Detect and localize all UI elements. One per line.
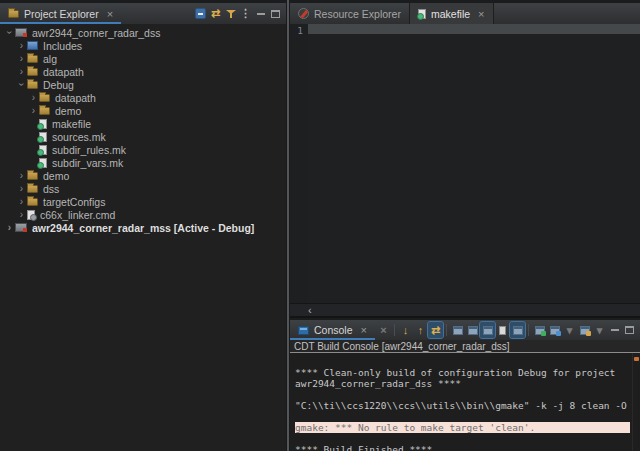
filter-icon[interactable]: [223, 6, 238, 22]
next-error-icon[interactable]: ↓: [398, 322, 413, 338]
tree-item-c66x_linker.cmd[interactable]: ›c66x_linker.cmd: [0, 208, 286, 221]
tree-item-sources.mk[interactable]: sources.mk: [0, 130, 286, 143]
toolbar-separator: [446, 324, 447, 336]
chevron-expanded-icon[interactable]: ›: [16, 79, 27, 90]
error-marker-icon: [634, 357, 639, 361]
new-console-dropdown-icon[interactable]: ▾: [592, 322, 607, 338]
tab-resource-explorer[interactable]: Resource Explorer: [290, 3, 409, 24]
open-console-dropdown-icon: ▾: [567, 325, 573, 336]
console-line: **** Clean-only build of configuration D…: [295, 367, 630, 378]
tree-item-label: subdir_vars.mk: [52, 157, 123, 169]
tab-project-explorer[interactable]: Project Explorer ×: [0, 3, 121, 24]
chevron-collapsed-icon[interactable]: ›: [16, 170, 27, 181]
tree-item-awr2944_corner_radar_mss[interactable]: ›awr2944_corner_radar_mss [Active - Debu…: [0, 221, 286, 234]
maximize-icon: [625, 326, 634, 334]
scroll-left-icon[interactable]: ‹: [308, 305, 312, 316]
chevron-collapsed-icon[interactable]: ›: [16, 183, 27, 194]
console-line: [295, 433, 630, 444]
maximize-icon[interactable]: [268, 6, 283, 22]
overview-ruler[interactable]: [632, 353, 640, 451]
clear-console-icon[interactable]: ×: [376, 322, 391, 338]
console-line: "C:\\ti\\ccs1220\\ccs\\utils\\bin\\gmake…: [295, 400, 630, 411]
display-selected-console-icon: [535, 326, 545, 335]
tree-item-datapath[interactable]: ›datapath: [0, 65, 286, 78]
toolbar-separator: [394, 324, 395, 336]
chevron-collapsed-icon[interactable]: ›: [4, 222, 15, 233]
chevron-collapsed-icon[interactable]: ›: [28, 92, 39, 103]
show-stderr-console-icon[interactable]: [465, 322, 480, 338]
folder-icon: [39, 94, 50, 102]
collapse-all-icon: [195, 8, 206, 19]
tree-item-subdir_vars.mk[interactable]: subdir_vars.mk: [0, 156, 286, 169]
tree-item-label: datapath: [43, 66, 84, 78]
line-number-gutter: 1: [290, 24, 308, 303]
show-stdout-console-icon[interactable]: [450, 322, 465, 338]
scroll-lock-icon[interactable]: [495, 322, 510, 338]
tab-console-label: Console: [314, 324, 353, 336]
file-icon: [39, 158, 47, 168]
tree-item-demo[interactable]: ›demo: [0, 169, 286, 182]
open-console-dropdown-icon[interactable]: ▾: [562, 322, 577, 338]
tree-item-label: sources.mk: [52, 131, 106, 143]
link-with-editor-icon[interactable]: ⇄: [208, 6, 223, 22]
tree-item-alg[interactable]: ›alg: [0, 52, 286, 65]
project-icon: [15, 28, 27, 37]
tree-item-label: Includes: [43, 40, 82, 52]
tree-item-Debug[interactable]: ›Debug: [0, 78, 286, 91]
horizontal-scrollbar[interactable]: ‹: [290, 303, 640, 316]
tree-item-awr2944_corner_radar_dss[interactable]: ›awr2944_corner_radar_dss: [0, 26, 286, 39]
tree-item-subdir_rules.mk[interactable]: subdir_rules.mk: [0, 143, 286, 156]
tab-makefile[interactable]: makefile ×: [409, 3, 494, 24]
tree-item-label: alg: [43, 53, 57, 65]
close-icon[interactable]: ×: [107, 8, 113, 20]
chevron-expanded-icon[interactable]: ›: [4, 27, 15, 38]
maximize-icon[interactable]: [622, 322, 637, 338]
minimize-icon[interactable]: [253, 6, 268, 22]
toolbar-separator: [528, 324, 529, 336]
chevron-collapsed-icon[interactable]: ›: [16, 209, 27, 220]
collapse-all-icon[interactable]: [193, 6, 208, 22]
word-wrap-icon[interactable]: [480, 322, 495, 338]
folder-icon: [27, 172, 38, 180]
folder-icon: [27, 55, 38, 63]
tree-item-label: targetConfigs: [43, 196, 105, 208]
close-icon[interactable]: ×: [361, 324, 367, 336]
view-menu-icon[interactable]: ⋮: [238, 6, 253, 22]
editor-tabbar: Resource Explorer makefile ×: [290, 0, 640, 24]
new-console-dropdown-icon: ▾: [597, 325, 603, 336]
pin-console-icon[interactable]: [510, 322, 525, 338]
console-output[interactable]: **** Clean-only build of configuration D…: [290, 353, 640, 451]
minimize-icon[interactable]: [607, 322, 622, 338]
tree-item-label: demo: [55, 105, 81, 117]
show-error-in-editor-icon[interactable]: ⇄: [428, 322, 443, 338]
editor-body[interactable]: 1: [290, 24, 640, 303]
project-explorer-icon: [8, 10, 19, 18]
next-error-icon: ↓: [403, 325, 409, 336]
chevron-collapsed-icon[interactable]: ›: [16, 196, 27, 207]
close-icon[interactable]: ×: [478, 8, 484, 20]
filter-icon: [226, 9, 236, 19]
tab-console[interactable]: Console ×: [290, 320, 375, 340]
previous-error-icon[interactable]: ↑: [413, 322, 428, 338]
chevron-collapsed-icon[interactable]: ›: [28, 105, 39, 116]
chevron-collapsed-icon[interactable]: ›: [16, 53, 27, 64]
folder-icon: [39, 107, 50, 115]
console-line: [295, 411, 630, 422]
tree-item-label: subdir_rules.mk: [52, 144, 126, 156]
chevron-collapsed-icon[interactable]: ›: [16, 40, 27, 51]
tree-item-Includes[interactable]: ›Includes: [0, 39, 286, 52]
chevron-collapsed-icon[interactable]: ›: [16, 66, 27, 77]
tree-item-makefile[interactable]: makefile: [0, 117, 286, 130]
current-line-highlight: [308, 24, 640, 34]
display-selected-console-icon[interactable]: [532, 322, 547, 338]
show-stdout-console-icon: [453, 326, 463, 335]
show-error-in-editor-icon: ⇄: [431, 325, 440, 336]
new-console-view-icon[interactable]: [577, 322, 592, 338]
open-console-icon[interactable]: [547, 322, 562, 338]
console-error-line: gmake: *** No rule to make target 'clean…: [295, 422, 630, 433]
tree-item-demo[interactable]: ›demo: [0, 104, 286, 117]
tree-item-targetConfigs[interactable]: ›targetConfigs: [0, 195, 286, 208]
tree-item-dss[interactable]: ›dss: [0, 182, 286, 195]
tree-item-datapath[interactable]: ›datapath: [0, 91, 286, 104]
folder-icon: [27, 68, 38, 76]
